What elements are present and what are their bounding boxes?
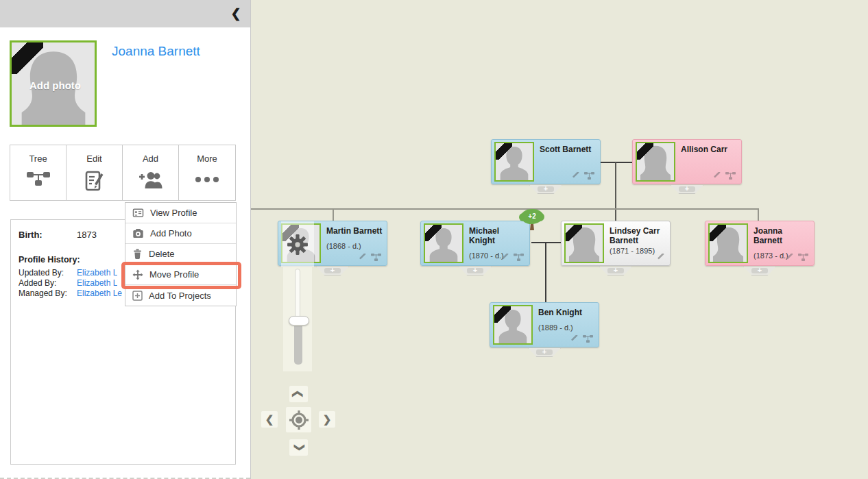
person-photo[interactable] [494,142,534,182]
add-relative-tab[interactable]: + [599,267,632,275]
profile-sidebar: ❮ Add photo Joanna Barnett Tree Edit [0,0,251,479]
person-card-joanna-barnett[interactable]: Joanna Barnett (1873 - d.) + [705,221,815,266]
tree-settings-button[interactable] [281,221,314,267]
menu-item-delete[interactable]: Delete [125,244,236,265]
add-relative-tab[interactable]: + [528,348,561,357]
birth-label: Birth: [19,230,77,240]
sibling-line [251,208,759,210]
menu-item-label: Add Photo [150,228,192,238]
focus-tree-icon[interactable] [371,254,381,261]
drop-line-joanna [758,209,759,221]
pan-up-button[interactable]: ❮ [289,386,308,402]
focus-tree-icon[interactable] [514,254,524,261]
person-card-scott-barnett[interactable]: Scott Barnett + [491,139,601,184]
add-dropdown-menu: View Profile Add Photo Delete [125,202,237,306]
focus-tree-icon[interactable] [798,254,808,261]
focus-tree-icon[interactable] [583,335,593,343]
tab-tree[interactable]: Tree [10,145,67,200]
updated-by-link[interactable]: Elizabeth L [77,268,117,278]
person-name: Scott Barnett [540,145,596,154]
added-by-link[interactable]: Elizabeth L [77,278,117,288]
profile-photo-add[interactable]: Add photo [10,40,97,127]
chevron-right-icon: ❯ [323,413,332,426]
collapse-sidebar-button[interactable]: ❮ [228,5,243,22]
tree-canvas[interactable]: Scott Barnett + Allison Carr + Martin Ba… [251,0,868,479]
person-name: Allison Carr [681,145,738,154]
hidden-relatives-count[interactable]: +2 [521,209,543,224]
add-relative-tab[interactable]: + [316,267,349,275]
profile-card-icon [132,208,144,218]
pan-left-button[interactable]: ❮ [261,411,278,428]
drop-line-martin [333,209,334,221]
edit-pencil-icon[interactable] [786,254,793,261]
managed-by-link[interactable]: Elizabeth Le [77,288,122,299]
add-relative-tab[interactable]: + [459,267,492,275]
menu-item-add-to-projects[interactable]: Add To Projects [125,285,236,306]
person-photo[interactable] [493,305,533,345]
person-photo[interactable] [424,223,463,263]
edit-pencil-icon[interactable] [713,172,721,180]
deceased-ribbon-icon [710,225,726,241]
menu-item-view-profile[interactable]: View Profile [125,203,236,223]
tab-label: More [197,153,217,164]
deceased-ribbon-icon [496,143,512,160]
hidden-relatives-tree-badge[interactable]: +2 [520,208,544,230]
plus-icon[interactable]: + [607,268,624,273]
person-card-michael-knight[interactable]: Michael Knight (1870 - d.) + [420,221,530,266]
move-icon [132,269,143,280]
edit-pencil-icon[interactable] [657,254,664,261]
updated-by-label: Updated By: [19,268,77,278]
edit-pencil-icon[interactable] [570,335,578,343]
deceased-ribbon-icon [494,306,511,323]
edit-document-icon [84,171,105,191]
focus-tree-icon[interactable] [584,172,594,180]
add-relative-tab[interactable]: + [671,185,703,194]
person-name: Joanna Barnett [754,226,810,245]
add-relative-tab[interactable]: + [743,267,776,275]
deceased-ribbon-icon [637,143,653,160]
focus-tree-icon[interactable] [725,172,736,180]
menu-item-label: Move Profile [149,269,199,280]
person-dates: (1889 - d.) [538,323,595,332]
tab-more[interactable]: More [179,145,235,200]
tab-add[interactable]: Add [123,145,179,200]
zoom-slider-track[interactable] [295,269,300,319]
plus-icon[interactable]: + [679,186,695,192]
edit-pencil-icon[interactable] [501,254,509,261]
plus-icon[interactable]: + [751,268,768,273]
edit-pencil-icon[interactable] [572,172,579,180]
person-photo[interactable] [564,223,604,263]
marriage-line-scott-allison [601,162,632,163]
person-card-ben-knight[interactable]: Ben Knight (1889 - d.) + [490,302,599,347]
menu-item-move-profile[interactable]: Move Profile [125,265,236,285]
person-photo[interactable] [636,142,675,182]
person-card-lindsey-carr-barnett[interactable]: Lindsey Carr Barnett (1871 - 1895) + [561,221,671,266]
center-tree-button[interactable] [286,407,311,432]
menu-item-label: Delete [149,249,175,259]
plus-icon[interactable]: + [467,268,483,273]
pan-down-button[interactable]: ❮ [289,439,308,456]
person-card-allison-carr[interactable]: Allison Carr + [632,139,742,184]
plus-icon[interactable]: + [324,268,341,273]
plus-icon[interactable]: + [536,349,553,355]
person-name: Martin Barnett [326,226,383,236]
person-photo[interactable] [708,223,748,263]
tab-edit[interactable]: Edit [67,145,123,200]
add-person-icon [138,171,163,189]
person-name: Lindsey Carr Barnett [610,226,666,245]
tab-label: Tree [29,153,47,164]
tab-label: Add [143,153,158,164]
tree-chart-icon [26,171,51,187]
add-photo-label[interactable]: Add photo [29,79,81,91]
edit-pencil-icon[interactable] [359,254,366,261]
add-relative-tab[interactable]: + [529,185,562,194]
zoom-slider-handle[interactable] [289,316,309,326]
added-by-label: Added By: [19,278,77,288]
chevron-up-icon: ❮ [292,390,304,399]
chevron-left-icon: ❮ [265,413,274,426]
pan-right-button[interactable]: ❯ [319,411,335,428]
drop-line-ben [545,243,546,302]
menu-item-add-photo[interactable]: Add Photo [125,223,236,244]
plus-icon[interactable]: + [538,186,554,192]
chevron-down-icon: ❮ [292,443,304,452]
